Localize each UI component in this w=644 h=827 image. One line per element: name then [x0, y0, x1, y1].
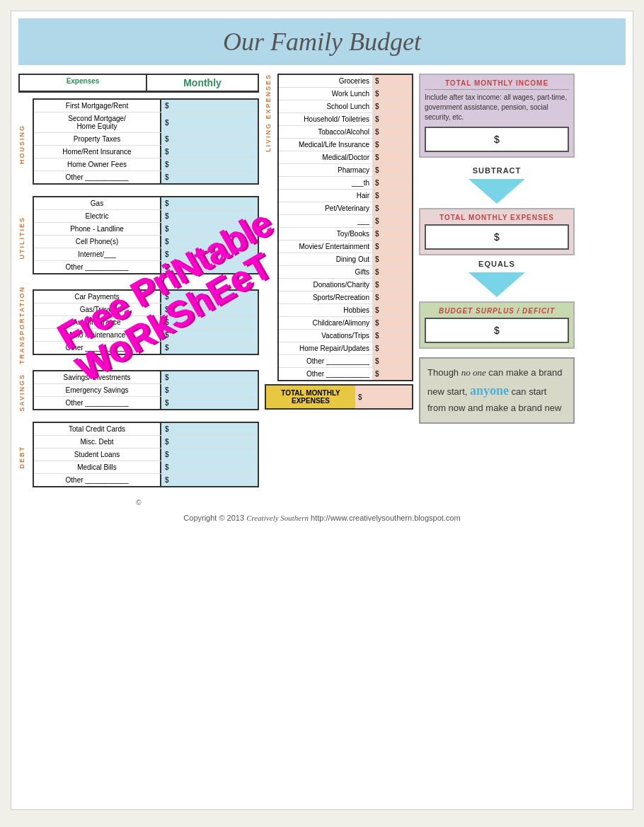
expense-label: Other ___________: [34, 474, 161, 486]
table-row: Cell Phone(s) $: [34, 236, 258, 248]
expense-amount: $: [161, 133, 258, 145]
expense-label: Other ___________: [34, 397, 161, 409]
income-input[interactable]: $: [425, 127, 569, 152]
transportation-category-label: TRANSPORTATION: [18, 286, 31, 364]
living-amount: $: [373, 75, 412, 87]
table-row: Dining Out $: [279, 253, 412, 266]
expense-amount: $: [161, 223, 258, 235]
table-row: Pharmacy $: [279, 164, 412, 177]
living-label: Pet/Veterinary: [279, 202, 373, 214]
expense-label: Total Credit Cards: [34, 423, 161, 435]
table-row: Other ___________ $: [279, 368, 412, 380]
expenses-header-label: Expenses: [20, 75, 147, 91]
living-wrapper: LIVING EXPENSES Groceries $ Work Lunch $…: [265, 74, 413, 381]
living-label: Dining Out: [279, 253, 373, 265]
living-amount: $: [373, 228, 412, 240]
living-table: Groceries $ Work Lunch $ School Lunch $ …: [277, 74, 413, 381]
living-amount: $: [373, 202, 412, 214]
table-row: ___ $: [279, 215, 412, 228]
utilities-table: Gas $ Electric $ Phone - Landline $ Cell…: [33, 196, 259, 274]
surplus-box: BUDGET SURPLUS / DEFICIT $: [419, 301, 575, 349]
utilities-category-label: UTILITIES: [18, 216, 31, 260]
table-row: Total Credit Cards $: [34, 423, 258, 436]
expense-amount: $: [161, 436, 258, 448]
expenses-dollar: $: [494, 231, 500, 243]
table-row: Savings/ Investments $: [34, 371, 258, 384]
living-amount: $: [373, 342, 412, 354]
footer-brand: Creatively Southern: [246, 514, 309, 522]
total-expenses-amount: $: [355, 386, 412, 408]
table-row: Pet/Veterinary $: [279, 202, 412, 215]
equals-section: EQUALS: [419, 260, 575, 297]
expense-label: Second Mortgage/Home Equity: [34, 112, 161, 132]
expense-label: Gas/Travel: [34, 303, 161, 316]
table-row: Second Mortgage/Home Equity $: [34, 112, 258, 133]
surplus-input[interactable]: $: [425, 318, 569, 343]
table-row: Medical Bills $: [34, 461, 258, 474]
living-label: Donations/Charity: [279, 279, 373, 291]
living-amount: $: [373, 113, 412, 125]
living-label: Pharmacy: [279, 164, 373, 176]
living-label: Sports/Recreation: [279, 291, 373, 303]
table-row: Other ___________ $: [34, 342, 258, 354]
savings-table: Savings/ Investments $ Emergency Savings…: [33, 370, 259, 410]
table-row: ___th $: [279, 177, 412, 190]
living-label: Home Repair/Updates: [279, 342, 373, 354]
table-row: Emergency Savings $: [34, 384, 258, 397]
table-row: Toy/Books $: [279, 228, 412, 241]
living-amount: $: [373, 304, 412, 316]
copyright-symbol: ©: [18, 499, 259, 507]
table-row: First Mortgage/Rent $: [34, 100, 258, 112]
expense-label: First Mortgage/Rent: [34, 100, 161, 112]
total-expenses-label: TOTAL MONTHLY EXPENSES: [266, 386, 355, 408]
table-row: Donations/Charity $: [279, 279, 412, 291]
living-amount: $: [373, 139, 412, 151]
expenses-input[interactable]: $: [425, 224, 569, 250]
table-row: School Lunch $: [279, 100, 412, 113]
expense-label: Car Payments: [34, 291, 161, 303]
left-expense-section: Expenses Monthly HOUSING First Mortgage/…: [18, 74, 259, 507]
footer: Copyright © 2013 Creatively Southern htt…: [18, 514, 626, 522]
expense-label: Auto Maintenance: [34, 329, 161, 341]
table-row: Gifts $: [279, 266, 412, 279]
expense-label: Other ___________: [34, 342, 161, 354]
table-row: Sports/Recreation $: [279, 291, 412, 304]
expense-label: Phone - Landline: [34, 223, 161, 235]
living-label: Groceries: [279, 75, 373, 87]
expense-amount: $: [161, 423, 258, 435]
expense-amount: $: [161, 248, 258, 260]
monthly-header-label: Monthly: [147, 75, 258, 91]
table-row: Other ___________ $: [34, 474, 258, 486]
expense-amount: $: [161, 261, 258, 273]
housing-table: First Mortgage/Rent $ Second Mortgage/Ho…: [33, 98, 259, 185]
expense-label: Student Loans: [34, 449, 161, 461]
expense-amount: $: [161, 303, 258, 316]
page-title: Our Family Budget: [18, 27, 626, 57]
subtract-arrow-icon: [468, 179, 525, 204]
quote-no-one: no one: [461, 367, 486, 378]
income-box: TOTAL MONTHLY INCOME Include after tax i…: [419, 74, 575, 158]
expense-amount: $: [161, 461, 258, 473]
savings-section: SAVINGS Savings/ Investments $ Emergency…: [18, 370, 259, 416]
living-label: Work Lunch: [279, 88, 373, 100]
expense-amount: $: [161, 236, 258, 248]
expense-amount: $: [161, 291, 258, 303]
living-amount: $: [373, 368, 412, 380]
living-label: Hair: [279, 190, 373, 202]
expense-amount: $: [161, 449, 258, 461]
table-row: Hair $: [279, 190, 412, 202]
table-row: Medical/Doctor $: [279, 151, 412, 164]
living-label: Other ___________: [279, 368, 373, 380]
living-amount: $: [373, 164, 412, 176]
table-row: Groceries $: [279, 75, 412, 88]
table-row: Other ___________ $: [279, 355, 412, 368]
right-section: TOTAL MONTHLY INCOME Include after tax i…: [419, 74, 575, 424]
living-category-label: LIVING EXPENSES: [265, 74, 277, 152]
living-amount: $: [373, 100, 412, 112]
table-row: Movies/ Entertainment $: [279, 241, 412, 253]
subtract-label: SUBTRACT: [419, 166, 575, 175]
expense-amount: $: [161, 384, 258, 396]
living-label: Gifts: [279, 266, 373, 278]
table-row: Vacations/Trips $: [279, 330, 412, 342]
expense-amount: $: [161, 474, 258, 486]
